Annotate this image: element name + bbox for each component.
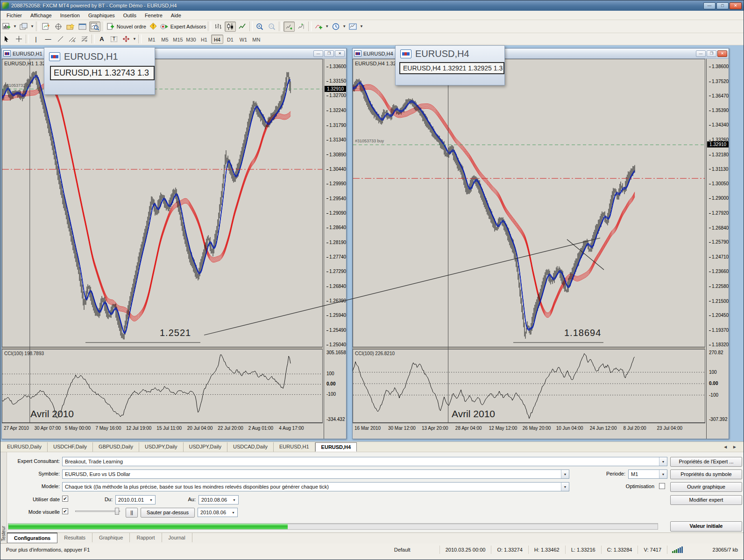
periods-button[interactable]	[330, 21, 341, 32]
status-profile[interactable]: Default	[389, 546, 440, 554]
chart-minimize-button[interactable]: —	[313, 50, 323, 57]
market-watch-button[interactable]	[41, 21, 52, 32]
templates-button[interactable]	[347, 21, 359, 32]
chevron-down-icon[interactable]: ▼	[30, 24, 34, 28]
terminal-button[interactable]	[77, 21, 88, 32]
indicators-button[interactable]	[313, 21, 324, 32]
chevron-down-icon[interactable]: ▼	[561, 483, 569, 491]
optimization-checkbox[interactable]	[659, 483, 665, 489]
data-window-button[interactable]	[53, 21, 64, 32]
timeframe-button-h4[interactable]: H4	[211, 35, 223, 44]
to-date-combobox[interactable]: 2010.08.06 ▼	[198, 495, 239, 504]
chevron-down-icon[interactable]: ▼	[230, 496, 238, 504]
chart-tab-gbpusd-daily[interactable]: GBPUSD,Daily	[93, 442, 139, 452]
chart-window-eurusd-h1[interactable]: EURUSD,H1 — ❐ ✕ EURUSD,H1 1.32 #31053733…	[1, 48, 347, 439]
chevron-down-icon[interactable]: ▼	[342, 24, 346, 28]
cursor-tool-button[interactable]	[1, 34, 12, 44]
label-tool-button[interactable]: T	[108, 34, 120, 44]
symbol-properties-button[interactable]: Propriétés du symbole	[670, 469, 742, 479]
chart-restore-button[interactable]: ❐	[707, 50, 716, 57]
from-date-combobox[interactable]: 2010.01.01 ▼	[115, 495, 156, 504]
trendline-tool-button[interactable]	[55, 34, 66, 44]
slider-thumb[interactable]	[115, 508, 119, 515]
new-chart-button[interactable]	[1, 21, 12, 32]
pause-button[interactable]: ||	[126, 508, 138, 518]
chart-tab-eurusd-h1[interactable]: EURUSD,H1	[274, 442, 315, 452]
tester-tab-graphique[interactable]: Graphique	[92, 533, 130, 542]
chevron-down-icon[interactable]: ▼	[561, 470, 569, 478]
initial-value-button[interactable]: Valeur initiale	[670, 521, 742, 532]
fibonacci-tool-button[interactable]: F	[79, 34, 90, 44]
arrows-tool-button[interactable]	[120, 34, 132, 44]
chart-tab-usdcad-daily[interactable]: USDCAD,Daily	[227, 442, 274, 452]
visual-speed-slider[interactable]	[75, 509, 120, 513]
strategy-tester-button[interactable]	[89, 21, 100, 32]
menu-item-graphiques[interactable]: Graphiques	[84, 12, 119, 19]
tab-scroll-right-icon[interactable]: ►	[732, 444, 737, 449]
open-chart-button[interactable]: Ouvrir graphique	[670, 482, 742, 492]
chevron-down-icon[interactable]: ▼	[659, 470, 667, 478]
expert-combobox[interactable]: Breakout, Trade Learning ▼	[62, 457, 667, 466]
tab-scroll-left-icon[interactable]: ◄	[723, 444, 728, 449]
new-order-button[interactable]: Nouvel ordre	[106, 21, 147, 32]
model-combobox[interactable]: Chaque tick ((la méthode la plus précise…	[62, 482, 569, 491]
navigator-button[interactable]	[65, 21, 76, 32]
chart-restore-button[interactable]: ❐	[324, 50, 334, 57]
chart-tab-usdjpy-daily[interactable]: USDJPY,Daily	[139, 442, 184, 452]
timeframe-button-m1[interactable]: M1	[146, 35, 158, 44]
channel-tool-button[interactable]: E	[67, 34, 78, 44]
auto-scroll-button[interactable]	[283, 21, 295, 32]
period-combobox[interactable]: M1 ▼	[628, 469, 667, 479]
profiles-button[interactable]	[18, 21, 29, 32]
metaeditor-button[interactable]: !	[148, 21, 159, 32]
chart-shift-button[interactable]	[296, 21, 307, 32]
menu-item-fichier[interactable]: Fichier	[2, 12, 26, 19]
chevron-down-icon[interactable]: ▼	[325, 24, 329, 28]
time-scale[interactable]: 16 Mar 201030 Mar 12:0013 Apr 20:0028 Ap…	[353, 423, 705, 434]
chart-plot[interactable]	[2, 59, 323, 424]
menu-item-affichage[interactable]: Affichage	[26, 12, 56, 19]
timeframe-button-h1[interactable]: H1	[198, 35, 210, 44]
timeframe-button-mn[interactable]: MN	[250, 35, 262, 44]
chart-tab-usdchf-daily[interactable]: USDCHF,Daily	[48, 442, 93, 452]
chart-tab-eurusd-h4[interactable]: EURUSD,H4	[315, 442, 357, 452]
menu-item-outils[interactable]: Outils	[119, 12, 141, 19]
chart-window-eurusd-h4[interactable]: EURUSD,H4 — ❐ ✕ EURUSD,H4 1.32 #31053733…	[352, 48, 729, 439]
crosshair-tool-button[interactable]	[13, 34, 24, 44]
chevron-down-icon[interactable]: ▼	[13, 24, 17, 28]
chevron-down-icon[interactable]: ▼	[659, 457, 667, 466]
bar-chart-button[interactable]	[213, 21, 224, 32]
vertical-line-tool-button[interactable]: |	[30, 34, 42, 44]
line-chart-button[interactable]	[237, 21, 248, 32]
close-button[interactable]: ✕	[730, 2, 742, 9]
use-date-checkbox[interactable]: ✔	[62, 496, 68, 502]
chart-tab-eurusd-daily[interactable]: EURUSD,Daily	[1, 442, 48, 452]
chevron-down-icon[interactable]: ▼	[229, 508, 237, 517]
menu-item-fenetre[interactable]: Fenetre	[141, 12, 167, 19]
chevron-down-icon[interactable]: ▼	[147, 496, 155, 504]
modify-expert-button[interactable]: Modifier expert	[670, 495, 742, 505]
price-scale[interactable]: 1.386001.375201.364701.353901.343401.332…	[706, 59, 729, 439]
chart-tab-usdjpy-daily[interactable]: USDJPY,Daily	[184, 442, 228, 452]
time-scale[interactable]: 27 Apr 201030 Apr 07:005 May 00:007 May …	[2, 423, 323, 434]
text-tool-button[interactable]: A	[96, 34, 107, 44]
menu-item-insertion[interactable]: Insertion	[56, 12, 84, 19]
chart-close-button[interactable]: ✕	[335, 50, 345, 57]
tester-tab-resultats[interactable]: Resultats	[57, 533, 92, 542]
chevron-down-icon[interactable]: ▼	[133, 37, 136, 41]
minimize-button[interactable]: —	[703, 2, 716, 9]
expert-properties-button[interactable]: Propriétés de l'Expert ...	[670, 457, 742, 467]
chart-plot[interactable]	[353, 59, 705, 424]
zoom-in-button[interactable]	[254, 21, 265, 32]
timeframe-button-m30[interactable]: M30	[185, 35, 197, 44]
maximize-button[interactable]: □	[716, 2, 729, 9]
chevron-down-icon[interactable]: ▼	[360, 24, 363, 28]
price-scale[interactable]: 1.336001.331501.327001.322401.317901.313…	[324, 59, 346, 439]
zoom-out-button[interactable]	[266, 21, 277, 32]
tester-tab-journal[interactable]: Journal	[162, 533, 192, 542]
visual-mode-checkbox[interactable]: ✔	[62, 508, 68, 514]
skip-button[interactable]: Sauter par-dessus	[141, 508, 195, 518]
timeframe-button-m15[interactable]: M15	[172, 35, 184, 44]
tester-tab-rapport[interactable]: Rapport	[130, 533, 162, 542]
tester-tab-configurations[interactable]: Configurations	[7, 532, 57, 543]
